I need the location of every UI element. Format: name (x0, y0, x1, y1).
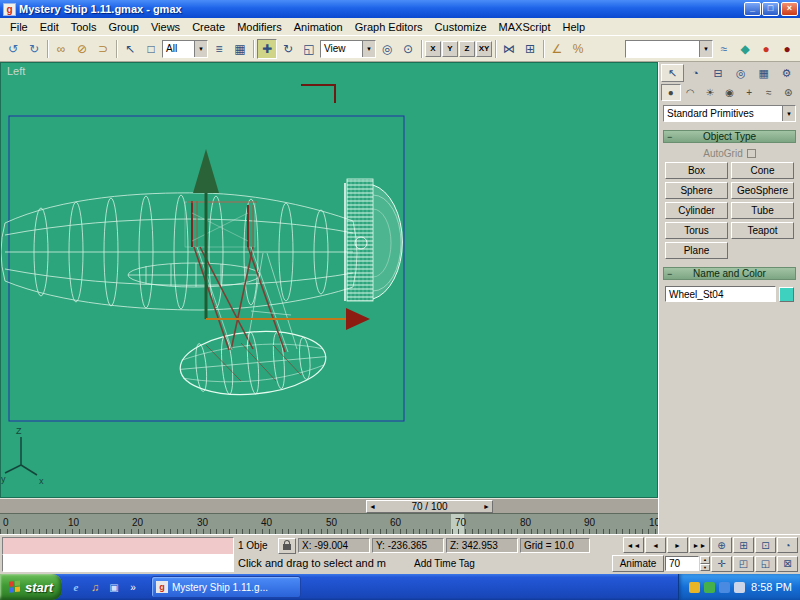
redo-icon[interactable]: ↻ (24, 39, 44, 59)
menu-edit[interactable]: Edit (34, 19, 65, 35)
tab-modify[interactable]: ◔ (684, 64, 707, 82)
wireframe-aircraft-model[interactable] (1, 179, 402, 400)
pan-icon[interactable]: ✛ (711, 556, 732, 572)
zoom-icon[interactable]: ⊕ (711, 537, 732, 553)
align-icon[interactable]: ⊞ (520, 39, 540, 59)
coordinate-z-field[interactable]: Z: 342.953 (446, 538, 518, 553)
category-lights-icon[interactable]: ☀ (700, 84, 720, 101)
unlink-icon[interactable]: ⊘ (72, 39, 92, 59)
plane-button[interactable]: Plane (665, 242, 728, 259)
volume-icon[interactable] (734, 582, 745, 593)
primitives-dropdown[interactable]: Standard Primitives ▼ (663, 105, 796, 122)
material-editor-icon[interactable]: ● (756, 39, 776, 59)
region-zoom-icon[interactable]: ◰ (733, 556, 754, 572)
selection-filter-dropdown[interactable]: All ▼ (162, 40, 208, 58)
time-slider-handle[interactable]: ◄ 70 / 100 ► (366, 500, 493, 513)
select-by-name-icon[interactable]: ≡ (209, 39, 229, 59)
frame-spinner[interactable]: ▲ ▼ (700, 556, 710, 571)
tube-button[interactable]: Tube (731, 202, 794, 219)
listener-macro-line[interactable] (2, 537, 234, 555)
autogrid-checkbox[interactable] (747, 149, 756, 158)
restrict-z-button[interactable]: Z (459, 41, 475, 57)
play-button[interactable]: ► (667, 537, 688, 553)
menu-help[interactable]: Help (557, 19, 592, 35)
move-gizmo[interactable] (193, 149, 370, 330)
category-geometry-icon[interactable]: ● (661, 84, 681, 101)
go-to-end-button[interactable]: ►► (689, 537, 710, 553)
select-and-manipulate-icon[interactable]: ⊙ (398, 39, 418, 59)
previous-frame-button[interactable]: ◄ (645, 537, 666, 553)
menu-create[interactable]: Create (186, 19, 231, 35)
field-of-view-icon[interactable]: ⊠ (777, 556, 798, 572)
menu-modifiers[interactable]: Modifiers (231, 19, 288, 35)
antivirus-icon[interactable] (704, 582, 715, 593)
tab-utilities[interactable]: ⚙ (775, 64, 798, 82)
zoom-extents-icon[interactable]: ⊡ (755, 537, 776, 553)
menu-file[interactable]: File (4, 19, 34, 35)
menu-customize[interactable]: Customize (429, 19, 493, 35)
listener-script-line[interactable] (2, 555, 234, 572)
use-pivot-center-icon[interactable]: ◎ (377, 39, 397, 59)
restrict-xy-button[interactable]: XY (476, 41, 492, 57)
taskbar-item-gmax[interactable]: g Mystery Ship 1.11.g... (151, 576, 301, 598)
category-helpers-icon[interactable]: + (739, 84, 759, 101)
animate-button[interactable]: Animate (612, 555, 664, 572)
zoom-all-icon[interactable]: ⊞ (733, 537, 754, 553)
reference-coordinate-dropdown[interactable]: View ▼ (320, 40, 376, 58)
spinner-down-icon[interactable]: ▼ (700, 564, 710, 572)
torus-button[interactable]: Torus (665, 222, 728, 239)
name-color-rollout[interactable]: − Name and Color (663, 267, 796, 280)
coordinate-y-field[interactable]: Y: -236.365 (372, 538, 444, 553)
curve-editor-icon[interactable]: ≈ (714, 39, 734, 59)
menu-maxscript[interactable]: MAXScript (493, 19, 557, 35)
menu-group[interactable]: Group (102, 19, 145, 35)
add-time-tag[interactable]: Add Time Tag (414, 558, 475, 569)
more-chevron-icon[interactable]: » (125, 579, 141, 595)
select-object-icon[interactable]: ↖ (120, 39, 140, 59)
selection-region-icon[interactable]: □ (141, 39, 161, 59)
menu-views[interactable]: Views (145, 19, 186, 35)
menu-tools[interactable]: Tools (65, 19, 103, 35)
show-desktop-icon[interactable]: ▣ (106, 579, 122, 595)
gizmo-z-arrowhead[interactable] (193, 149, 219, 193)
percent-snap-icon[interactable]: % (568, 39, 588, 59)
named-selection-sets-dropdown[interactable]: ▼ (625, 40, 713, 58)
ie-icon[interactable]: e (68, 579, 84, 595)
geosphere-button[interactable]: GeoSphere (731, 182, 794, 199)
bind-to-spacewarp-icon[interactable]: ⊃ (93, 39, 113, 59)
network-icon[interactable] (719, 582, 730, 593)
category-systems-icon[interactable]: ⊛ (778, 84, 798, 101)
media-player-icon[interactable]: ♫ (87, 579, 103, 595)
go-to-start-button[interactable]: ◄◄ (623, 537, 644, 553)
lock-selection-button[interactable] (278, 538, 296, 554)
sphere-button[interactable]: Sphere (665, 182, 728, 199)
update-shield-icon[interactable] (689, 582, 700, 593)
schematic-view-icon[interactable]: ◆ (735, 39, 755, 59)
window-crossing-icon[interactable]: ▦ (230, 39, 250, 59)
tab-display[interactable]: ▦ (752, 64, 775, 82)
arc-rotate-icon[interactable]: ◔ (777, 537, 798, 553)
track-bar[interactable]: 0 10 20 30 40 50 60 70 80 90 100 (0, 513, 658, 534)
close-button[interactable]: × (781, 2, 798, 16)
object-color-swatch[interactable] (779, 287, 794, 302)
min-max-toggle-icon[interactable]: ◱ (755, 556, 776, 572)
cone-button[interactable]: Cone (731, 162, 794, 179)
cylinder-button[interactable]: Cylinder (665, 202, 728, 219)
menu-animation[interactable]: Animation (288, 19, 349, 35)
restrict-x-button[interactable]: X (425, 41, 441, 57)
select-and-rotate-icon[interactable]: ↻ (278, 39, 298, 59)
next-frame-arrow[interactable]: ► (483, 501, 490, 512)
menu-graph-editors[interactable]: Graph Editors (349, 19, 429, 35)
undo-icon[interactable]: ↺ (3, 39, 23, 59)
box-button[interactable]: Box (665, 162, 728, 179)
gizmo-x-arrowhead[interactable] (346, 308, 370, 330)
select-and-link-icon[interactable]: ∞ (51, 39, 71, 59)
tab-hierarchy[interactable]: ⊟ (707, 64, 730, 82)
select-and-move-icon[interactable]: ✚ (257, 39, 277, 59)
spinner-up-icon[interactable]: ▲ (700, 556, 710, 564)
tab-motion[interactable]: ◎ (729, 64, 752, 82)
start-button[interactable]: start (0, 574, 62, 600)
current-frame-field[interactable]: 70 (665, 556, 699, 571)
minimize-button[interactable]: _ (744, 2, 761, 16)
coordinate-x-field[interactable]: X: -99.004 (298, 538, 370, 553)
